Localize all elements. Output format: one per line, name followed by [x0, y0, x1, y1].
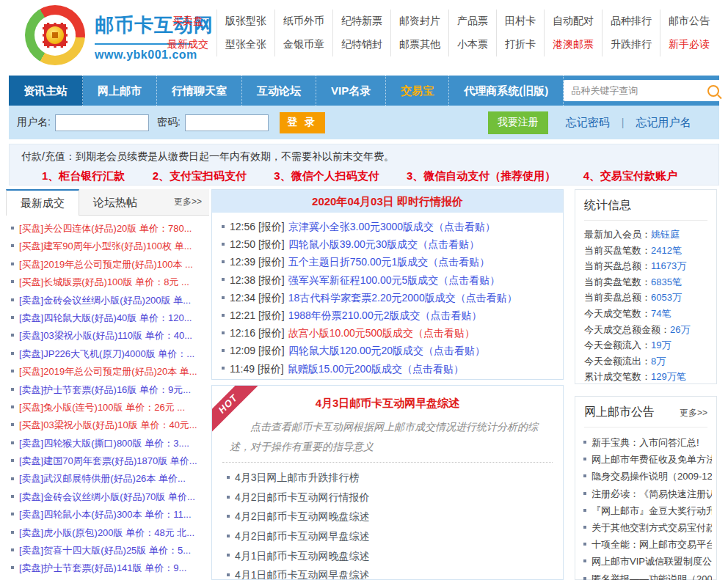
site-logo-icon[interactable]: [25, 5, 85, 65]
announcement-item[interactable]: 隐身交易操作说明（2009-12-...: [583, 468, 712, 485]
forgot-password-link[interactable]: 忘记密码: [566, 116, 610, 130]
top-link-纪特销封[interactable]: 纪特销封: [333, 33, 391, 56]
top-link-邮票其他[interactable]: 邮票其他: [391, 33, 449, 56]
nav-tab-行情聊天室[interactable]: 行情聊天室: [157, 76, 242, 106]
summary-link[interactable]: 4月2日邮币卡互动网早盘综述: [235, 530, 370, 542]
announcement-item[interactable]: 十项全能：网上邮市交易平台: [583, 536, 712, 553]
quote-link[interactable]: 18古代科学家套票2.20元2000版成交（点击看贴）: [288, 292, 517, 304]
login-button[interactable]: 登 录: [280, 112, 325, 133]
tab-latest-deals[interactable]: 最新成交: [6, 189, 79, 216]
trade-link[interactable]: [买盘]2019年总公司预定册(好品)100本 ...: [19, 259, 193, 270]
announcement-item[interactable]: 网上邮市年费征收及免单方法: [583, 451, 712, 468]
trade-link[interactable]: [卖盘]四轮猴大版(撕口)800版 单价：3....: [19, 438, 189, 449]
quote-link[interactable]: 四轮鼠小版39.00元30版成交（点击看贴）: [288, 238, 480, 250]
quote-link[interactable]: 四轮鼠大版120.00元20版成交（点击看贴）: [288, 345, 485, 356]
payment-link[interactable]: 3、微信自动支付（推荐使用）: [407, 169, 556, 183]
payment-link[interactable]: 1、柜台银行汇款: [42, 169, 125, 183]
top-link-邮资封片[interactable]: 邮资封片: [391, 10, 449, 33]
summary-link[interactable]: 4月3日网上邮市升跌排行榜: [235, 471, 360, 483]
tab-forum-hot[interactable]: 论坛热帖: [79, 189, 151, 215]
trade-link[interactable]: [卖盘]建国70周年套票(好品)1870版 单价...: [19, 455, 197, 466]
payment-link[interactable]: 4、交易宝付款账户: [583, 169, 677, 183]
trade-link[interactable]: [卖盘]金砖会议丝绸小版(好品)200版 单...: [19, 295, 191, 306]
top-link-港澳邮票[interactable]: 港澳邮票: [545, 33, 603, 56]
announcement-link[interactable]: 匿名举报——功能说明（2009...: [592, 573, 712, 580]
announcement-link[interactable]: 十项全能：网上邮市交易平台: [592, 539, 712, 550]
trade-link[interactable]: [卖盘]虎小版(原包)200版 单价：48元 北...: [19, 527, 194, 538]
quote-link[interactable]: 强军兴军新征程100.00元5版成交（点击看贴）: [288, 274, 500, 286]
summary-link[interactable]: 4月1日邮币卡互动网早盘综述: [235, 569, 370, 580]
summary-title-link[interactable]: 4月3日邮币卡互动网早盘综述: [212, 397, 563, 411]
top-link-金银币章[interactable]: 金银币章: [275, 33, 333, 56]
top-link-小本票[interactable]: 小本票: [449, 33, 497, 56]
announcement-item[interactable]: 注册必读：《简易快速注册认...: [583, 485, 712, 502]
trade-link[interactable]: [买盘]2019年总公司预定册(好品)20本 单...: [19, 366, 197, 377]
summary-link[interactable]: 4月1日邮币卡互动网晚盘综述: [235, 550, 370, 562]
forgot-username-link[interactable]: 忘记用户名: [636, 116, 691, 130]
username-field[interactable]: [55, 114, 149, 131]
announcement-item[interactable]: 关于其他交割方式交易宝付款...: [583, 519, 712, 536]
quote-link[interactable]: 五个主题日折750.00元1版成交（点击看贴）: [288, 256, 490, 268]
trade-link[interactable]: [卖盘]护士节套票(好品)16版 单价：9元...: [19, 384, 191, 395]
top-link-买卖盘[interactable]: 买卖盘: [159, 10, 217, 33]
payment-notice: 付款/充值：到期老会员续费是从缴费日起一年内有效期，不需要补以前未交年费。 1、…: [9, 144, 719, 186]
quote-link[interactable]: 1988年份票210.00元2版成交（点击看贴）: [288, 309, 482, 321]
trade-link[interactable]: [卖盘]03梁祝小版(好品)110版 单价：40...: [19, 330, 192, 341]
top-link-邮市公告[interactable]: 邮市公告: [660, 10, 718, 33]
announcement-item[interactable]: 新手宝典：入市问答汇总!: [583, 434, 712, 451]
trade-link[interactable]: [卖盘]JP226大飞机(原刀)4000版 单价：...: [19, 348, 194, 359]
quote-link[interactable]: 京津冀小全张3.00元3000版成交（点击看贴）: [288, 221, 495, 232]
summary-link[interactable]: 4月2日邮币卡互动网行情报价: [235, 491, 370, 503]
summary-link[interactable]: 4月2日邮币卡互动网晚盘综述: [235, 510, 370, 522]
announcement-link[interactable]: 『网上邮市』金豆大奖行动升...: [592, 505, 712, 516]
announcement-link[interactable]: 网上邮市年费征收及免单方法: [592, 454, 712, 465]
quote-link[interactable]: 故宫小版10.00元500版成交（点击看贴）: [288, 327, 475, 339]
top-link-打折卡[interactable]: 打折卡: [497, 33, 545, 56]
trade-link[interactable]: [卖盘]贺喜十四大版(好品)25版 单价：5...: [19, 545, 191, 556]
left-more-link[interactable]: 更多>>: [167, 189, 209, 215]
trade-link[interactable]: [卖盘]四轮鼠大版(好品)40版 单价：120...: [19, 312, 192, 323]
payment-link[interactable]: 2、支付宝扫码支付: [153, 169, 247, 183]
top-link-升跌排行[interactable]: 升跌排行: [603, 33, 660, 56]
register-button[interactable]: 我要注册: [488, 111, 548, 134]
nav-tab-互动论坛[interactable]: 互动论坛: [242, 76, 316, 106]
top-link-最新成交[interactable]: 最新成交: [159, 33, 217, 56]
announcement-link[interactable]: 关于其他交割方式交易宝付款...: [592, 522, 712, 533]
trade-link[interactable]: [卖盘]四轮鼠小本(好品)300本 单价：11...: [19, 509, 192, 520]
announcements-more-link[interactable]: 更多>>: [680, 407, 707, 419]
search-input[interactable]: [564, 85, 707, 96]
trade-link[interactable]: [买盘]长城版票(好品)100版 单价：8元 ...: [19, 276, 189, 287]
top-link-版张型张[interactable]: 版张型张: [217, 10, 275, 33]
trade-link[interactable]: [卖盘]金砖会议丝绸小版(好品)70版 单价...: [19, 491, 195, 502]
announcement-item[interactable]: 匿名举报——功能说明（2009...: [583, 570, 712, 580]
top-link-新手必读[interactable]: 新手必读: [660, 33, 718, 56]
nav-tab-网上邮市[interactable]: 网上邮市: [83, 76, 157, 106]
top-link-产品票[interactable]: 产品票: [449, 10, 497, 33]
trade-link[interactable]: [卖盘]武汉邮展特供册(好品)26本 单价...: [19, 473, 186, 484]
top-link-型张全张[interactable]: 型张全张: [217, 33, 275, 56]
nav-tab-代理商系统(旧版)[interactable]: 代理商系统(旧版): [449, 76, 564, 106]
payment-link[interactable]: 3、微信个人扫码支付: [274, 169, 379, 183]
search-icon[interactable]: [707, 85, 719, 97]
announcement-link[interactable]: 隐身交易操作说明（2009-12-...: [592, 471, 712, 482]
nav-tab-交易宝[interactable]: 交易宝: [386, 76, 449, 106]
announcement-link[interactable]: 网上邮市VIP诚信联盟制度公告: [592, 556, 712, 567]
announcement-item[interactable]: 『网上邮市』金豆大奖行动升...: [583, 502, 712, 519]
trade-link[interactable]: [买盘]建军90周年小型张(好品)100枚 单...: [19, 241, 192, 252]
announcement-link[interactable]: 注册必读：《简易快速注册认...: [592, 488, 712, 499]
top-link-田村卡[interactable]: 田村卡: [497, 10, 545, 33]
trade-link[interactable]: [买盘]03梁祝小版(好品)10版 单价：40元...: [19, 419, 197, 430]
top-link-自动配对[interactable]: 自动配对: [545, 10, 603, 33]
announcement-item[interactable]: 网上邮市VIP诚信联盟制度公告: [583, 553, 712, 570]
password-field[interactable]: [185, 114, 269, 131]
trade-link[interactable]: [买盘]关公四连体(好品)20版 单价：780...: [19, 223, 192, 234]
top-link-品种排行[interactable]: 品种排行: [603, 10, 660, 33]
announcement-link[interactable]: 新手宝典：入市问答汇总!: [592, 437, 699, 448]
nav-tab-资讯主站[interactable]: 资讯主站: [9, 76, 83, 106]
nav-tab-VIP名录[interactable]: VIP名录: [316, 76, 386, 106]
top-link-纸币外币[interactable]: 纸币外币: [275, 10, 333, 33]
top-link-纪特新票[interactable]: 纪特新票: [333, 10, 391, 33]
quote-link[interactable]: 鼠赠版15.00元200版成交（点击看贴）: [288, 363, 464, 375]
trade-link[interactable]: [买盘]兔小版(连号)100版 单价：26元 ...: [19, 402, 185, 413]
trade-link[interactable]: [卖盘]护士节套票(好品)141版 单价：9...: [19, 562, 186, 573]
